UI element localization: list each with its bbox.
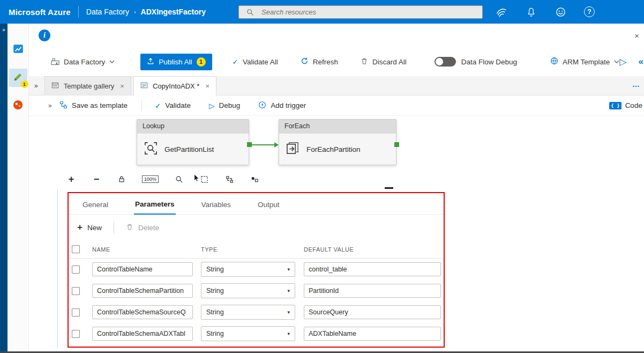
azure-brand[interactable]: Microsoft Azure: [9, 8, 71, 17]
row-checkbox[interactable]: [72, 330, 80, 338]
nav-item-monitor[interactable]: [9, 97, 27, 115]
pipeline-toolbar: » Save as template ✓ Validate ▷ Debug: [29, 95, 644, 116]
parameter-default-input[interactable]: [304, 262, 441, 276]
tab-copyintoadx[interactable]: CopyIntoADX * ×: [133, 76, 216, 95]
parameters-panel: General Parameters Variables Output + Ne…: [68, 192, 445, 348]
panel-tab-parameters[interactable]: Parameters: [134, 195, 176, 215]
parameter-type-select[interactable]: String ▾: [201, 326, 295, 341]
main-content: i × Data Factory: [29, 24, 644, 351]
new-parameter-button[interactable]: + New: [77, 222, 102, 233]
collapse-panel-icon[interactable]: «: [638, 56, 643, 67]
parameter-default-input[interactable]: [304, 284, 441, 298]
save-as-template-label: Save as template: [72, 101, 128, 109]
panel-tab-general[interactable]: General: [81, 195, 109, 214]
parameter-default-input[interactable]: [304, 305, 441, 319]
template-gallery-icon: [51, 82, 59, 91]
column-header-default-value: DEFAULT VALUE: [304, 246, 444, 253]
global-search[interactable]: [238, 5, 483, 19]
parameter-default-input[interactable]: [304, 327, 441, 341]
parameter-name-input[interactable]: [92, 327, 193, 341]
breadcrumb-item[interactable]: ADXIngestFactory: [141, 8, 206, 16]
add-trigger-button[interactable]: Add trigger: [258, 101, 306, 111]
plus-icon: +: [77, 222, 83, 233]
portal-collapsed-rail[interactable]: »: [0, 24, 8, 351]
debug-button[interactable]: ▷ Debug: [209, 101, 240, 110]
parameter-name-input[interactable]: [92, 262, 193, 276]
nav-item-overview[interactable]: [9, 41, 27, 59]
tab-close-icon[interactable]: ×: [204, 82, 209, 90]
zoom-out-icon[interactable]: −: [92, 174, 101, 185]
row-checkbox[interactable]: [72, 287, 80, 295]
breadcrumb-app[interactable]: Data Factory: [86, 8, 129, 16]
discard-all-button[interactable]: Discard All: [361, 57, 407, 67]
refresh-button[interactable]: Refresh: [301, 57, 338, 67]
nav-item-author[interactable]: 1: [9, 69, 27, 87]
command-divider: [114, 222, 114, 233]
parameter-type-select[interactable]: String ▾: [201, 283, 295, 298]
panel-tab-variables[interactable]: Variables: [200, 195, 232, 214]
adf-left-nav: 1: [8, 24, 29, 351]
zoom-reset-button[interactable]: 100%: [142, 175, 159, 183]
connector-arrowhead-icon: [274, 142, 279, 148]
parameter-type-select[interactable]: String ▾: [201, 305, 295, 320]
banner-close-icon[interactable]: ×: [632, 31, 641, 40]
factory-selector[interactable]: Data Factory: [51, 57, 115, 67]
chevron-down-icon: [614, 60, 619, 63]
parameter-type-select[interactable]: String ▾: [201, 262, 295, 277]
help-icon[interactable]: ?: [584, 6, 595, 17]
type-value: String: [206, 308, 224, 316]
select-all-checkbox[interactable]: [72, 245, 80, 253]
data-flow-debug-toggle[interactable]: [435, 57, 456, 67]
tab-template-gallery[interactable]: Template gallery ×: [44, 76, 131, 95]
play-icon[interactable]: ▷: [619, 56, 626, 68]
tab-more-icon[interactable]: ⋯: [632, 82, 644, 90]
auto-align-icon[interactable]: [224, 175, 234, 183]
notifications-bell-icon[interactable]: [525, 6, 537, 18]
code-button[interactable]: { } Code: [609, 101, 642, 109]
parameter-name-input[interactable]: [92, 305, 193, 319]
layout-icon[interactable]: [250, 175, 259, 183]
tab-close-icon[interactable]: ×: [119, 82, 124, 90]
tab-label: CopyIntoADX *: [153, 82, 199, 90]
parameter-name-input[interactable]: [92, 284, 193, 298]
activity-lookup[interactable]: Lookup GetPartitionList: [137, 119, 249, 165]
row-checkbox[interactable]: [72, 308, 80, 317]
validate-button[interactable]: ✓ Validate: [155, 101, 191, 110]
activities-pane-expand-icon[interactable]: »: [29, 102, 59, 109]
arm-template-menu[interactable]: ARM Template: [550, 57, 619, 67]
trigger-icon: [258, 101, 266, 111]
info-icon: i: [39, 30, 50, 41]
publish-all-button[interactable]: Publish All 1: [140, 54, 212, 70]
add-trigger-label: Add trigger: [271, 101, 306, 109]
pipeline-canvas[interactable]: Lookup GetPartitionList ForEach: [29, 116, 644, 170]
feedback-smiley-icon[interactable]: [555, 6, 566, 18]
delete-parameter-button[interactable]: Delete: [126, 223, 159, 232]
author-badge: 1: [21, 80, 28, 88]
activity-foreach[interactable]: ForEach ForEachPartition: [279, 119, 396, 165]
expand-rail-icon: »: [2, 27, 5, 33]
panel-tab-output[interactable]: Output: [257, 195, 281, 214]
zoom-to-fit-icon[interactable]: [174, 175, 184, 183]
validate-all-button[interactable]: ✓ Validate All: [233, 57, 278, 66]
save-as-template-button[interactable]: Save as template: [59, 101, 128, 111]
output-port[interactable]: [247, 142, 252, 147]
activity-type-label: Lookup: [137, 120, 249, 134]
validate-all-label: Validate All: [243, 58, 278, 66]
column-header-name: NAME: [92, 246, 201, 253]
caret-down-icon: ▾: [287, 267, 290, 272]
search-input[interactable]: [261, 8, 477, 16]
azure-top-bar: Microsoft Azure Data Factory › ADXIngest…: [0, 0, 644, 24]
row-checkbox[interactable]: [72, 266, 80, 274]
tab-overflow-left-icon[interactable]: »: [29, 82, 44, 90]
chevron-down-icon: [109, 60, 115, 63]
zoom-in-icon[interactable]: +: [66, 174, 76, 185]
parameter-row: String ▾: [69, 280, 444, 301]
toolbar-right-group: ▷ «: [619, 56, 644, 68]
factory-selector-label: Data Factory: [64, 58, 105, 66]
help-question-glyph: ?: [587, 8, 591, 16]
check-icon: ✓: [155, 101, 161, 110]
lock-canvas-icon[interactable]: [117, 175, 126, 183]
activity-name: ForEachPartition: [306, 145, 361, 153]
signal-icon[interactable]: [496, 6, 507, 18]
output-port[interactable]: [394, 142, 399, 147]
